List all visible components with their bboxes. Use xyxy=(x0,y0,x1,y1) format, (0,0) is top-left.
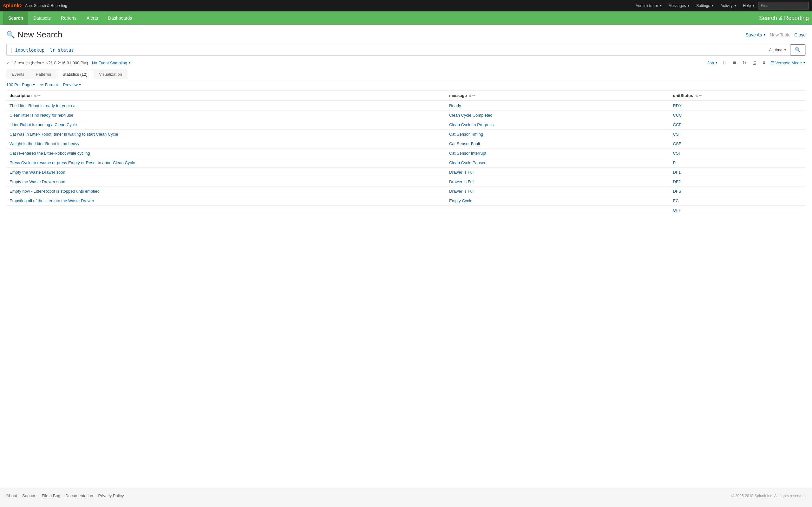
cell-message[interactable]: Drawer is Full xyxy=(446,177,670,187)
cell-unitstatus[interactable]: DF1 xyxy=(670,168,806,177)
cell-description[interactable] xyxy=(6,206,446,215)
page-header: 🔍 New Search Save As ▼ New Table Close xyxy=(6,30,806,40)
cell-message[interactable]: Cat Sensor Interrupt xyxy=(446,149,670,158)
cell-description[interactable]: Clean litter is no ready for next use xyxy=(6,111,446,120)
cell-message[interactable]: Clean Cycle In Progress xyxy=(446,120,670,130)
preview-button[interactable]: Preview ▼ xyxy=(63,82,82,87)
top-nav: Administrator ▼ Messages ▼ Settings ▼ Ac… xyxy=(632,0,809,11)
second-bar: Search Datasets Reports Alerts Dashboard… xyxy=(0,11,812,25)
tab-alerts[interactable]: Alerts xyxy=(82,11,103,25)
tab-search[interactable]: Search xyxy=(3,11,28,25)
stop-button[interactable]: ⏹ xyxy=(731,60,738,66)
top-bar: splunk> App: Search & Reporting Administ… xyxy=(0,0,812,11)
app-title: Search & Reporting xyxy=(759,15,809,21)
cell-message[interactable]: Clean Cycle Paused xyxy=(446,158,670,168)
cell-unitstatus[interactable]: DFS xyxy=(670,187,806,196)
footer-file-bug[interactable]: File a Bug xyxy=(42,493,61,498)
admin-menu[interactable]: Administrator ▼ xyxy=(632,0,665,11)
tab-events[interactable]: Events xyxy=(6,69,30,79)
cell-unitstatus[interactable]: DF2 xyxy=(670,177,806,187)
table-row: Clean litter is no ready for next useCle… xyxy=(6,111,806,120)
cell-description[interactable]: Press Cycle to resume or press Empty or … xyxy=(6,158,446,168)
tab-dashboards[interactable]: Dashboards xyxy=(103,11,137,25)
cell-description[interactable]: Empyting all of the litter into the Wast… xyxy=(6,196,446,206)
footer-privacy[interactable]: Privacy Policy xyxy=(98,493,124,498)
col-header-unitstatus: unitStatus ⇅✏ xyxy=(670,91,806,101)
cell-unitstatus[interactable]: EC xyxy=(670,196,806,206)
cell-message[interactable]: Empty Cycle xyxy=(446,196,670,206)
cell-description[interactable]: Empty now - Litter-Robot is stopped unti… xyxy=(6,187,446,196)
print-button[interactable]: 🖨 xyxy=(751,60,758,66)
table-row: OFF xyxy=(6,206,806,215)
table-row: Empty the Waste Drawer soonDrawer is Ful… xyxy=(6,168,806,177)
cell-message[interactable]: Drawer is Full xyxy=(446,187,670,196)
refresh-button[interactable]: ↻ xyxy=(741,60,748,66)
tab-patterns[interactable]: Patterns xyxy=(31,69,56,79)
tab-visualization[interactable]: Visualization xyxy=(94,69,128,79)
search-input[interactable] xyxy=(14,45,765,55)
no-event-sampling[interactable]: No Event Sampling ▼ xyxy=(92,60,131,65)
messages-menu[interactable]: Messages ▼ xyxy=(665,0,693,11)
footer-copyright: © 2005-2018 Splunk Inc. All rights reser… xyxy=(731,494,806,498)
results-count: ✓ 12 results (before 1/2/18 2:16:01.000 … xyxy=(6,60,88,65)
find-input[interactable] xyxy=(758,2,809,9)
table-row: Cat was in Litter-Robot, timer is waitin… xyxy=(6,130,806,139)
footer-documentation[interactable]: Documentation xyxy=(65,493,93,498)
cell-message[interactable]: Ready xyxy=(446,101,670,111)
cell-message[interactable]: Cat Sensor Timing xyxy=(446,130,670,139)
check-icon: ✓ xyxy=(6,60,10,65)
footer-support[interactable]: Support xyxy=(22,493,37,498)
cell-description[interactable]: Cat was in Litter-Robot, timer is waitin… xyxy=(6,130,446,139)
table-row: Empty the Waste Drawer soonDrawer is Ful… xyxy=(6,177,806,187)
cell-message[interactable] xyxy=(446,206,670,215)
cell-description[interactable]: The Litter-Robot is ready for your cat xyxy=(6,101,446,111)
tab-reports[interactable]: Reports xyxy=(56,11,82,25)
cell-description[interactable]: Weight in the Litter-Robot is too heavy xyxy=(6,139,446,149)
activity-menu[interactable]: Activity ▼ xyxy=(717,0,740,11)
pause-button[interactable]: ⏸ xyxy=(721,60,728,66)
main-content: 🔍 New Search Save As ▼ New Table Close |… xyxy=(0,25,812,488)
footer: About Support File a Bug Documentation P… xyxy=(0,488,812,503)
tab-datasets[interactable]: Datasets xyxy=(28,11,56,25)
export-button[interactable]: ⬇ xyxy=(761,60,767,66)
cell-description[interactable]: Empty the Waste Drawer soon xyxy=(6,168,446,177)
cell-unitstatus[interactable]: CST xyxy=(670,130,806,139)
cell-description[interactable]: Cat re-entered the Litter-Robot while cy… xyxy=(6,149,446,158)
cell-unitstatus[interactable]: OFF xyxy=(670,206,806,215)
settings-menu[interactable]: Settings ▼ xyxy=(693,0,717,11)
page-title: 🔍 New Search xyxy=(6,30,62,40)
footer-about[interactable]: About xyxy=(6,493,17,498)
cell-message[interactable]: Cat Sensor Fault xyxy=(446,139,670,149)
data-table: description ⇅✏ message ⇅✏ unitStatus ⇅✏ … xyxy=(6,91,806,215)
col-header-message: message ⇅✏ xyxy=(446,91,670,101)
save-as-button[interactable]: Save As ▼ xyxy=(746,32,766,38)
footer-links: About Support File a Bug Documentation P… xyxy=(6,493,124,498)
splunk-logo: splunk> xyxy=(3,3,22,9)
job-button[interactable]: Job ▼ xyxy=(707,60,718,65)
cell-description[interactable]: Litter-Robot is running a Clean Cycle xyxy=(6,120,446,130)
new-table-button[interactable]: New Table xyxy=(770,32,791,38)
cell-message[interactable]: Clean Cycle Completed xyxy=(446,111,670,120)
verbose-mode-button[interactable]: ☰ Verbose Mode ▼ xyxy=(770,60,806,65)
help-menu[interactable]: Help ▼ xyxy=(740,0,758,11)
search-button[interactable]: 🔍 xyxy=(791,44,805,55)
cell-unitstatus[interactable]: P xyxy=(670,158,806,168)
cell-unitstatus[interactable]: CSI xyxy=(670,149,806,158)
cell-unitstatus[interactable]: RDY xyxy=(670,101,806,111)
tab-statistics[interactable]: Statistics (12) xyxy=(57,69,93,79)
cell-unitstatus[interactable]: CCP xyxy=(670,120,806,130)
cell-unitstatus[interactable]: CSF xyxy=(670,139,806,149)
cell-unitstatus[interactable]: CCC xyxy=(670,111,806,120)
page-title-text: New Search xyxy=(17,30,62,40)
format-button[interactable]: ✏ Format xyxy=(40,82,58,87)
per-page-button[interactable]: 100 Per Page ▼ xyxy=(6,82,35,87)
header-actions: Save As ▼ New Table Close xyxy=(746,32,806,38)
cell-description[interactable]: Empty the Waste Drawer soon xyxy=(6,177,446,187)
results-right: Job ▼ ⏸ ⏹ ↻ 🖨 ⬇ ☰ Verbose Mode ▼ xyxy=(707,60,806,66)
close-button[interactable]: Close xyxy=(794,32,806,38)
second-bar-tabs: Search Datasets Reports Alerts Dashboard… xyxy=(3,11,759,25)
time-picker[interactable]: All time ▼ xyxy=(765,46,791,54)
cell-message[interactable]: Drawer is Full xyxy=(446,168,670,177)
tabs-container: Events Patterns Statistics (12) Visualiz… xyxy=(6,69,806,79)
table-row: The Litter-Robot is ready for your catRe… xyxy=(6,101,806,111)
